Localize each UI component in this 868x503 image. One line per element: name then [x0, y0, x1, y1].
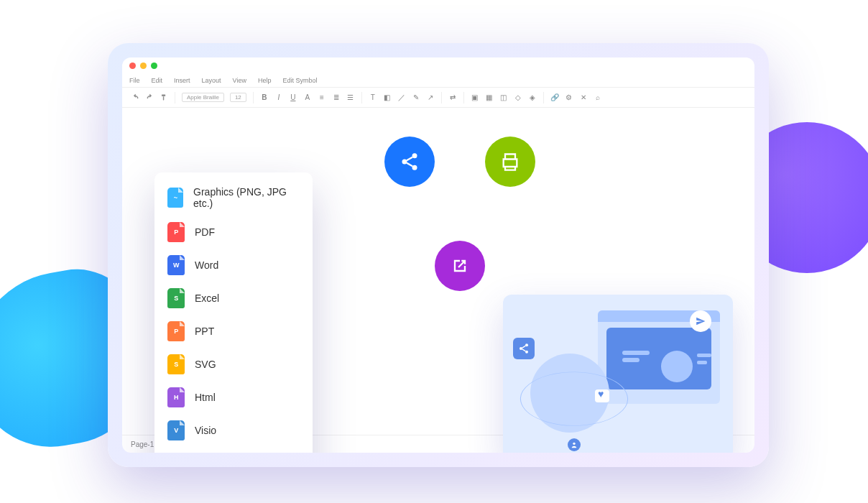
shape-icon[interactable]: ◇	[512, 92, 524, 103]
svg-point-4	[520, 347, 522, 350]
text-line-icon	[697, 354, 711, 357]
export-graphics[interactable]: ~ Graphics (PNG, JPG etc.)	[154, 180, 313, 216]
share-icon	[400, 152, 420, 172]
menu-help[interactable]: Help	[258, 77, 272, 84]
italic-icon[interactable]: I	[273, 92, 285, 103]
export-label: Word	[195, 259, 218, 271]
menu-insert[interactable]: Insert	[174, 77, 190, 84]
export-menu: ~ Graphics (PNG, JPG etc.) P PDF W Word …	[154, 172, 313, 453]
export-label: Html	[195, 392, 216, 403]
page-tab[interactable]: Page-1	[131, 440, 154, 448]
html-file-icon: H	[167, 387, 185, 407]
export-excel[interactable]: S Excel	[154, 282, 313, 315]
svg-point-3	[525, 343, 528, 346]
export-html[interactable]: H Html	[154, 381, 313, 414]
app-window: File Edit Insert Layout View Help Edit S…	[122, 57, 754, 453]
avatar-icon	[661, 351, 693, 382]
callout-icon[interactable]: ◈	[527, 92, 538, 103]
image-file-icon: ~	[167, 188, 183, 208]
redo-icon[interactable]	[144, 92, 155, 103]
connector-icon[interactable]: ⇄	[447, 92, 458, 103]
export-ps-eps[interactable]: PS PS/EPS	[154, 447, 313, 453]
font-size-select[interactable]: 12	[230, 93, 246, 102]
svg-point-0	[412, 153, 417, 158]
menu-edit[interactable]: Edit	[152, 77, 163, 84]
svg-point-6	[573, 443, 575, 445]
format-painter-icon[interactable]	[158, 92, 170, 103]
link-icon[interactable]: 🔗	[549, 92, 560, 103]
text-line-icon	[622, 351, 650, 355]
menu-bar: File Edit Insert Layout View Help Edit S…	[122, 73, 754, 88]
excel-file-icon: S	[167, 288, 185, 308]
export-label: Graphics (PNG, JPG etc.)	[193, 186, 300, 209]
printer-icon	[500, 152, 520, 172]
menu-view[interactable]: View	[233, 77, 246, 84]
sharing-illustration	[503, 295, 733, 453]
toolbar-separator	[441, 92, 442, 103]
export-label: Excel	[195, 292, 219, 304]
list-icon[interactable]: ☰	[345, 92, 356, 103]
undo-icon[interactable]	[129, 92, 141, 103]
minimize-icon[interactable]	[140, 63, 147, 69]
search-icon[interactable]: ⌕	[592, 92, 604, 103]
image-icon[interactable]: ▣	[469, 92, 481, 103]
line-spacing-icon[interactable]: ≣	[331, 92, 342, 103]
export-svg[interactable]: S SVG	[154, 348, 313, 381]
pencil-icon[interactable]: ✎	[410, 92, 422, 103]
menu-layout[interactable]: Layout	[202, 77, 221, 84]
word-file-icon: W	[167, 255, 185, 275]
print-node[interactable]	[485, 137, 535, 187]
fill-icon[interactable]: ◧	[382, 92, 393, 103]
svg-point-5	[525, 351, 528, 354]
svg-point-2	[412, 165, 417, 170]
browser-content-icon	[606, 328, 711, 389]
pdf-file-icon: P	[167, 222, 185, 242]
export-pdf[interactable]: P PDF	[154, 216, 313, 249]
menu-file[interactable]: File	[129, 77, 140, 84]
text-tool-icon[interactable]: T	[367, 92, 379, 103]
export-label: PDF	[195, 226, 215, 238]
line-icon[interactable]: ／	[396, 92, 407, 103]
send-icon	[690, 310, 711, 332]
ppt-file-icon: P	[167, 321, 185, 341]
share-badge-icon	[513, 338, 535, 359]
close-icon[interactable]	[129, 63, 136, 69]
table-icon[interactable]: ▦	[484, 92, 495, 103]
export-word[interactable]: W Word	[154, 249, 313, 282]
menu-edit-symbol[interactable]: Edit Symbol	[282, 77, 317, 84]
align-icon[interactable]: ≡	[316, 92, 328, 103]
maximize-icon[interactable]	[151, 63, 157, 69]
text-line-icon	[622, 358, 640, 362]
font-name-select[interactable]: Apple Braille	[182, 93, 224, 102]
toolbar-separator	[361, 92, 362, 103]
window-titlebar	[122, 57, 754, 73]
export-ppt[interactable]: P PPT	[154, 315, 313, 348]
toolbar-separator	[543, 92, 544, 103]
text-line-icon	[697, 361, 707, 364]
heart-icon	[595, 389, 609, 402]
toolbar: Apple Braille 12 B I U A ≡ ≣ ☰ T ◧ ／ ✎ ↗…	[122, 88, 754, 108]
export-icon	[450, 256, 470, 276]
toolbar-separator	[175, 92, 175, 103]
export-label: PPT	[195, 326, 214, 337]
toolbar-separator	[253, 92, 254, 103]
export-label: SVG	[195, 359, 216, 370]
chart-icon[interactable]: ◫	[498, 92, 509, 103]
wrench-icon[interactable]: ✕	[578, 92, 589, 103]
svg-file-icon: S	[167, 354, 185, 374]
toolbar-separator	[463, 92, 464, 103]
font-color-icon[interactable]: A	[302, 92, 313, 103]
share-node[interactable]	[384, 137, 435, 187]
user-icon	[568, 438, 581, 451]
svg-point-1	[402, 160, 407, 165]
visio-file-icon: V	[167, 420, 185, 440]
laptop-frame: File Edit Insert Layout View Help Edit S…	[108, 43, 769, 467]
settings-icon[interactable]: ⚙	[563, 92, 575, 103]
export-visio[interactable]: V Visio	[154, 414, 313, 447]
arrow-icon[interactable]: ↗	[425, 92, 436, 103]
underline-icon[interactable]: U	[287, 92, 299, 103]
bold-icon[interactable]: B	[259, 92, 270, 103]
export-node[interactable]	[435, 241, 485, 291]
export-label: Visio	[195, 425, 216, 436]
